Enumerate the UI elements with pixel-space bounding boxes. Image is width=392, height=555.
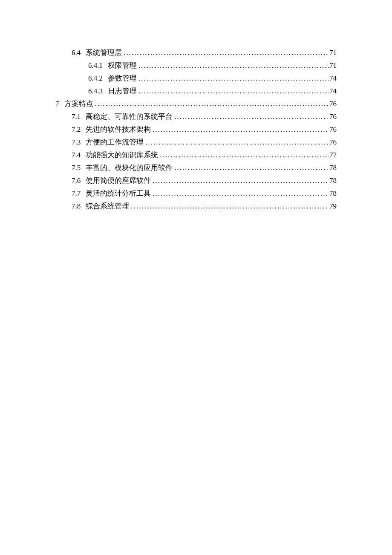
toc-dots (174, 164, 329, 172)
toc-page: 78 (329, 189, 337, 198)
toc-number: 7.4 (72, 151, 81, 159)
toc-entry: 6.4.2参数管理74 (55, 73, 337, 83)
toc-dots (153, 125, 329, 134)
toc-page: 71 (329, 49, 337, 57)
toc-entry: 7.7灵活的统计分析工具78 (55, 188, 337, 198)
toc-title: 权限管理 (108, 61, 137, 70)
toc-dots (138, 74, 329, 83)
toc-entry: 7.4功能强大的知识库系统77 (55, 150, 337, 160)
toc-entry: 6.4.1权限管理71 (55, 61, 337, 70)
toc-number: 7 (55, 100, 59, 108)
toc-title: 综合系统管理 (86, 201, 129, 211)
toc-page: 76 (329, 125, 337, 134)
toc-title: 方案特点 (64, 99, 93, 109)
toc-entry: 7.5丰富的、模块化的应用软件78 (55, 163, 337, 173)
toc-page: 74 (329, 87, 337, 95)
toc-entry: 7.2先进的软件技术架构76 (55, 124, 337, 134)
toc-page: 71 (329, 61, 337, 70)
toc-entry: 7.8综合系统管理79 (55, 201, 337, 211)
toc-page: 77 (329, 151, 337, 159)
toc-number: 7.1 (72, 113, 81, 121)
toc-page: 74 (329, 74, 337, 83)
toc-entry: 7.3方便的工作流管理76 (55, 137, 337, 147)
toc-title: 先进的软件技术架构 (86, 124, 151, 134)
toc-number: 6.4 (72, 49, 81, 57)
toc-entry: 7.6使用简便的座席软件78 (55, 176, 337, 185)
toc-dots (153, 176, 329, 185)
toc-dots (138, 87, 329, 95)
toc-number: 6.4.2 (88, 74, 103, 83)
toc-dots (124, 49, 329, 57)
toc-title: 参数管理 (108, 73, 137, 83)
toc-title: 日志管理 (108, 86, 137, 96)
toc-title: 方便的工作流管理 (86, 137, 144, 147)
toc-number: 7.7 (72, 189, 81, 198)
table-of-contents: 6.4系统管理层716.4.1权限管理716.4.2参数管理746.4.3日志管… (55, 48, 337, 211)
toc-dots (174, 113, 329, 121)
toc-page: 76 (329, 138, 337, 147)
toc-title: 灵活的统计分析工具 (86, 188, 151, 198)
toc-entry: 7方案特点76 (55, 99, 337, 109)
toc-entry: 6.4系统管理层71 (55, 48, 337, 58)
toc-page: 76 (329, 100, 337, 108)
toc-dots (138, 61, 329, 70)
toc-number: 6.4.1 (88, 61, 103, 70)
toc-dots (95, 100, 329, 108)
toc-dots (131, 202, 329, 211)
toc-number: 7.2 (72, 125, 81, 134)
toc-dots (153, 189, 329, 198)
toc-number: 6.4.3 (88, 87, 103, 95)
toc-page: 78 (329, 164, 337, 172)
toc-dots (145, 138, 329, 147)
toc-number: 7.6 (72, 176, 81, 185)
toc-page: 76 (329, 113, 337, 121)
toc-dots (160, 151, 329, 159)
toc-title: 系统管理层 (86, 48, 122, 58)
toc-entry: 6.4.3日志管理74 (55, 86, 337, 96)
toc-page: 79 (329, 202, 337, 211)
toc-title: 使用简便的座席软件 (86, 176, 151, 185)
toc-number: 7.8 (72, 202, 81, 211)
toc-title: 高稳定、可靠性的系统平台 (86, 112, 173, 121)
toc-entry: 7.1高稳定、可靠性的系统平台76 (55, 112, 337, 121)
toc-number: 7.5 (72, 164, 81, 172)
toc-title: 功能强大的知识库系统 (86, 150, 158, 160)
toc-number: 7.3 (72, 138, 81, 147)
toc-title: 丰富的、模块化的应用软件 (86, 163, 173, 173)
toc-page: 78 (329, 176, 337, 185)
